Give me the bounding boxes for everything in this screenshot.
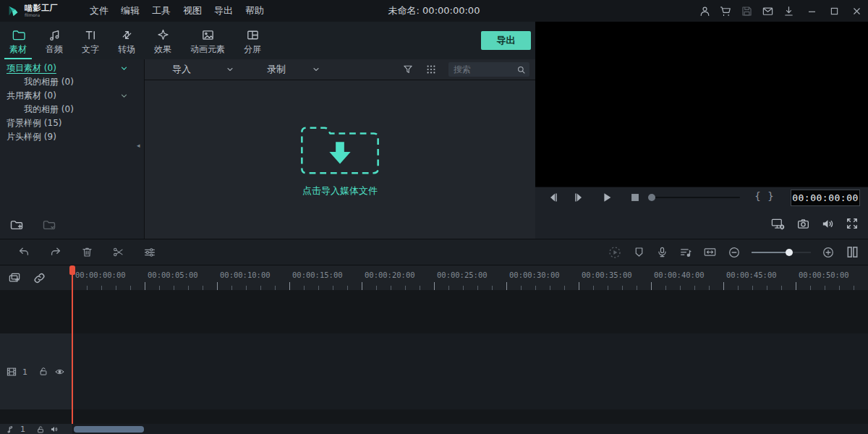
- audio-mixer-icon[interactable]: [679, 246, 692, 259]
- lock-open-icon[interactable]: [36, 425, 45, 434]
- menu-help[interactable]: 帮助: [245, 4, 264, 17]
- sidebar-collapse-icon[interactable]: ◂: [137, 140, 142, 150]
- mail-icon[interactable]: [762, 5, 774, 17]
- transport-bar: { } 00:00:00:00: [535, 187, 868, 208]
- tab-elements[interactable]: 动画元素: [181, 22, 234, 59]
- chevron-down-icon[interactable]: [226, 65, 234, 74]
- delete-folder-icon[interactable]: [42, 218, 56, 232]
- timeline-empty-band[interactable]: [0, 290, 868, 333]
- timeline-panel: 00:00:00:0000:00:05:0000:00:10:0000:00:1…: [0, 239, 868, 434]
- render-preview-icon[interactable]: [608, 245, 622, 260]
- tab-transition[interactable]: 转场: [109, 22, 145, 59]
- fit-timeline-icon[interactable]: [703, 246, 717, 258]
- eye-visibility-icon[interactable]: [54, 366, 66, 377]
- filter-icon[interactable]: [402, 64, 414, 75]
- menu-view[interactable]: 视图: [183, 4, 202, 17]
- zoom-in-icon[interactable]: [822, 246, 835, 259]
- sidebar-item-intro-samples[interactable]: 片头样例 (9): [0, 130, 144, 144]
- chevron-down-icon[interactable]: [120, 64, 128, 72]
- stop-icon[interactable]: [629, 191, 642, 204]
- ruler-label: 00:00:50:00: [799, 271, 849, 279]
- minimize-icon[interactable]: [807, 6, 817, 17]
- music-note-icon: [48, 28, 61, 42]
- delete-trash-icon[interactable]: [81, 246, 93, 258]
- menu-file[interactable]: 文件: [90, 4, 109, 17]
- preview-actions: [535, 208, 868, 239]
- sidebar-item-background-samples[interactable]: 背景样例 (15): [0, 116, 144, 130]
- voiceover-mic-icon[interactable]: [656, 246, 668, 258]
- ruler-label: 00:00:15:00: [292, 271, 343, 279]
- menu-tools[interactable]: 工具: [152, 4, 171, 17]
- import-dropdown[interactable]: 导入: [172, 63, 191, 76]
- download-icon[interactable]: [783, 5, 795, 17]
- timeline-horizontal-scrollbar[interactable]: [74, 426, 144, 433]
- tab-media[interactable]: 素材: [0, 22, 36, 59]
- tab-audio[interactable]: 音频: [36, 22, 72, 59]
- export-button[interactable]: 导出: [481, 31, 531, 50]
- add-folder-icon[interactable]: [9, 218, 24, 232]
- record-dropdown[interactable]: 录制: [267, 63, 286, 76]
- sidebar-item-my-album-1[interactable]: 我的相册 (0): [0, 75, 144, 89]
- ruler-label: 00:00:05:00: [148, 271, 198, 279]
- user-icon[interactable]: [699, 5, 711, 17]
- save-icon[interactable]: [741, 5, 753, 17]
- menu-export[interactable]: 导出: [214, 4, 233, 17]
- volume-icon[interactable]: [821, 217, 835, 231]
- video-viewport[interactable]: [535, 22, 868, 187]
- mute-speaker-icon[interactable]: [50, 425, 59, 434]
- tab-effects[interactable]: 效果: [145, 22, 181, 59]
- marker-icon[interactable]: [633, 246, 645, 258]
- tab-text[interactable]: 文字: [72, 22, 109, 59]
- dual-panel-icon[interactable]: [846, 245, 859, 259]
- add-track-icon[interactable]: [7, 271, 22, 285]
- video-track-body[interactable]: [72, 333, 868, 409]
- play-icon[interactable]: [600, 191, 613, 204]
- ruler-tick: [651, 282, 652, 290]
- import-dropzone[interactable]: 点击导入媒体文件: [297, 121, 383, 197]
- search-input[interactable]: [452, 64, 516, 75]
- chevron-down-icon[interactable]: [120, 92, 128, 100]
- zoom-out-icon[interactable]: [728, 246, 741, 259]
- fullscreen-icon[interactable]: [846, 217, 859, 230]
- audio-track-body[interactable]: [72, 424, 868, 434]
- close-icon[interactable]: [851, 6, 862, 17]
- zoom-slider-handle[interactable]: [786, 249, 793, 256]
- previous-frame-icon[interactable]: [547, 191, 560, 204]
- timeline-ruler[interactable]: 00:00:00:0000:00:05:0000:00:10:0000:00:1…: [72, 265, 868, 290]
- mark-out-icon[interactable]: }: [767, 190, 774, 202]
- adjust-settings-icon[interactable]: [143, 246, 156, 259]
- cut-scissors-icon[interactable]: [112, 246, 124, 258]
- snapshot-camera-icon[interactable]: [796, 217, 810, 231]
- tab-label: 转场: [118, 45, 135, 54]
- sidebar-item-label: 项目素材 (0): [7, 62, 56, 75]
- next-frame-icon[interactable]: [572, 191, 585, 204]
- timeline-zoom-slider[interactable]: [752, 248, 811, 257]
- cart-icon[interactable]: [720, 5, 732, 17]
- maximize-icon[interactable]: [829, 6, 840, 17]
- undo-icon[interactable]: [17, 246, 30, 259]
- tab-splitscreen[interactable]: 分屏: [234, 22, 271, 59]
- menu-bar: 文件 编辑 工具 视图 导出 帮助: [90, 4, 264, 17]
- link-clips-icon[interactable]: [33, 271, 46, 285]
- ruler-label: 00:00:20:00: [365, 271, 415, 279]
- mark-in-icon[interactable]: {: [754, 190, 761, 202]
- preview-timecode: 00:00:00:00: [791, 190, 860, 206]
- grid-view-icon[interactable]: [425, 64, 437, 75]
- menu-edit[interactable]: 编辑: [121, 4, 140, 17]
- sidebar-item-my-album-2[interactable]: 我的相册 (0): [0, 103, 144, 116]
- seek-slider-handle[interactable]: [648, 194, 655, 201]
- display-settings-icon[interactable]: [770, 217, 786, 231]
- ruler-tick: [506, 282, 507, 290]
- playhead-handle[interactable]: [69, 265, 75, 275]
- sidebar-item-shared-media[interactable]: 共用素材 (0): [0, 89, 144, 103]
- timeline-empty-band[interactable]: [0, 409, 868, 424]
- lock-open-icon[interactable]: [38, 367, 48, 377]
- chevron-down-icon[interactable]: [312, 65, 320, 74]
- sidebar-item-project-media[interactable]: 项目素材 (0): [0, 61, 144, 75]
- search-box[interactable]: [448, 62, 529, 77]
- ruler-tick: [434, 282, 435, 290]
- seek-slider-track[interactable]: [653, 197, 740, 198]
- redo-icon[interactable]: [49, 246, 62, 259]
- sidebar-item-label: 我的相册 (0): [24, 76, 74, 88]
- search-icon[interactable]: [516, 65, 526, 75]
